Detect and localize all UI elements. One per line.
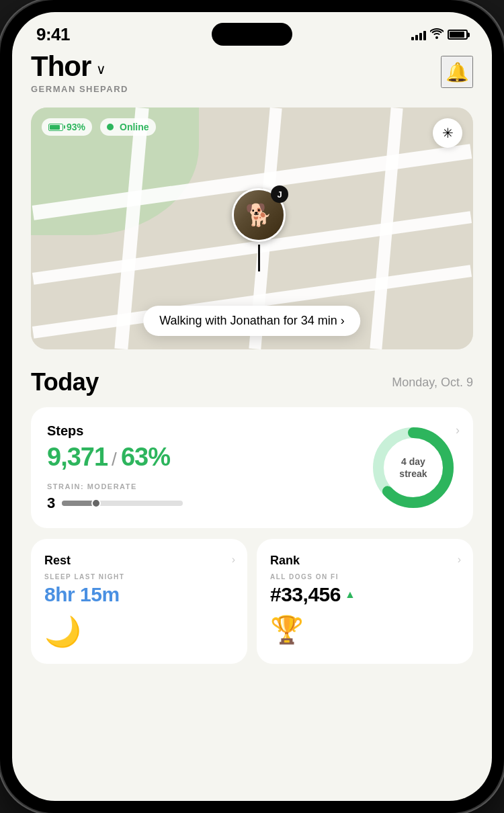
pin-line	[258, 245, 260, 271]
phone-frame: 9:41	[0, 0, 504, 813]
app-content: Thor ∨ GERMAN SHEPARD 🔔	[12, 50, 492, 792]
rest-value: 8hr 15m	[44, 583, 234, 606]
dog-dropdown-chevron[interactable]: ∨	[96, 61, 106, 77]
map-status-bar: 93% Online	[42, 118, 156, 136]
map-card[interactable]: 93% Online ✳ 🐕	[31, 108, 473, 349]
battery-pct-label: 93%	[67, 122, 85, 132]
dog-name-row: Thor ∨	[31, 50, 128, 83]
rest-sublabel: SLEEP LAST NIGHT	[44, 573, 234, 581]
rank-value-row: #33,456 ▲	[270, 583, 460, 606]
online-dot	[107, 124, 114, 130]
today-label: Today	[31, 368, 99, 396]
batt-icon	[48, 124, 63, 131]
walking-activity-label[interactable]: Walking with Jonathan for 34 min ›	[143, 306, 360, 336]
steps-info: Steps 9,371 / 63% STRAIN: MODERATE 3	[47, 423, 370, 512]
strain-label: STRAIN: MODERATE	[47, 482, 370, 490]
steps-count: 9,371	[47, 443, 108, 472]
online-label: Online	[120, 122, 149, 132]
strain-row: 3	[47, 495, 370, 512]
bottom-cards: › Rest SLEEP LAST NIGHT 8hr 15m 🌙 › Rank…	[31, 539, 473, 684]
wifi-icon	[430, 28, 444, 42]
strain-dot	[91, 499, 101, 508]
rank-value: #33,456	[270, 583, 341, 606]
streak-donut: 4 day streak	[370, 424, 457, 511]
steps-title: Steps	[47, 423, 370, 439]
battery-status: 93%	[42, 118, 92, 136]
notification-button[interactable]: 🔔	[441, 56, 473, 88]
steps-values: 9,371 / 63%	[47, 443, 370, 472]
moon-icon: 🌙	[44, 614, 234, 649]
owner-initial-badge: J	[271, 185, 288, 203]
walking-text: Walking with Jonathan for 34 min ›	[159, 314, 344, 327]
rest-card-chevron: ›	[232, 554, 235, 566]
strain-number: 3	[47, 495, 55, 512]
steps-separator: /	[112, 449, 117, 470]
rank-card-chevron: ›	[458, 554, 461, 566]
dog-breed: GERMAN SHEPARD	[31, 84, 128, 94]
dynamic-island	[212, 23, 292, 46]
battery-icon	[448, 30, 468, 40]
rank-arrow-icon: ▲	[345, 589, 355, 601]
steps-card[interactable]: › Steps 9,371 / 63% STRAIN: MODERATE 3	[31, 407, 473, 528]
sparkle-icon: ✳	[442, 125, 454, 141]
online-status: Online	[100, 118, 156, 136]
rest-card[interactable]: › Rest SLEEP LAST NIGHT 8hr 15m 🌙	[31, 539, 247, 664]
donut-center-text: 4 day streak	[370, 424, 457, 511]
today-date: Monday, Oct. 9	[392, 376, 473, 390]
header: Thor ∨ GERMAN SHEPARD 🔔	[31, 50, 473, 94]
sparkle-button[interactable]: ✳	[433, 118, 462, 148]
dog-name: Thor	[31, 50, 91, 83]
battery-fill	[450, 32, 464, 38]
rank-card[interactable]: › Rank ALL DOGS ON FI #33,456 ▲ 🏆	[257, 539, 473, 664]
status-icons	[411, 28, 468, 42]
bell-icon: 🔔	[446, 61, 469, 83]
dog-location-pin: 🐕 J	[232, 188, 286, 271]
rest-title: Rest	[44, 554, 234, 568]
phone-screen: 9:41	[12, 12, 492, 801]
rank-title: Rank	[270, 554, 460, 568]
rank-sublabel: ALL DOGS ON FI	[270, 573, 460, 581]
today-header: Today Monday, Oct. 9	[31, 368, 473, 396]
status-time: 9:41	[36, 24, 70, 45]
strain-bar	[62, 501, 183, 506]
trophy-icon: 🏆	[270, 614, 460, 646]
steps-percent: 63%	[121, 443, 170, 472]
signal-bars-icon	[411, 30, 426, 40]
